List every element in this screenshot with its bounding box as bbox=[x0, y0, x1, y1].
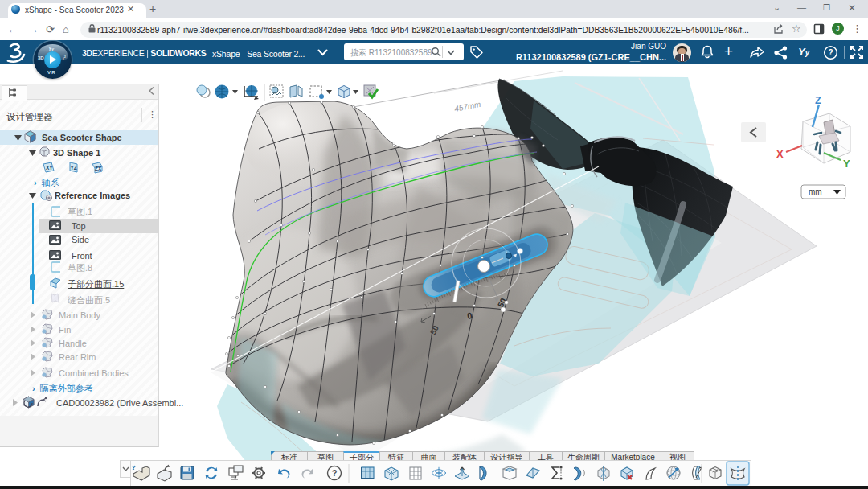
svg-text:mm: mm bbox=[809, 187, 822, 196]
svg-text:Z: Z bbox=[815, 94, 821, 106]
svg-text:ZX: ZX bbox=[95, 166, 102, 171]
svg-text:YZ: YZ bbox=[71, 165, 77, 171]
svg-text:457mm: 457mm bbox=[453, 100, 481, 113]
svg-text:X: X bbox=[776, 148, 784, 160]
svg-text:Y: Y bbox=[843, 158, 850, 170]
svg-text:?: ? bbox=[828, 48, 833, 57]
svg-text:?: ? bbox=[332, 468, 338, 478]
svg-text:XY: XY bbox=[46, 165, 53, 171]
